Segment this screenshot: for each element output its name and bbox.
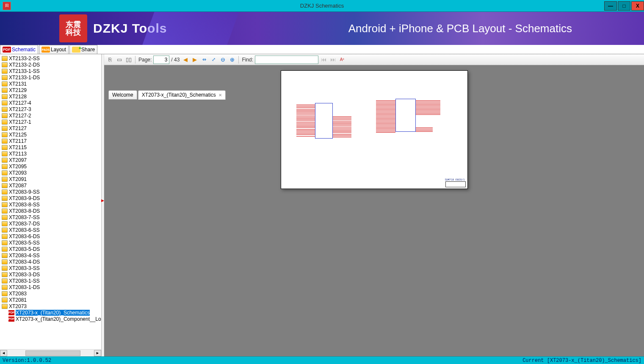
tree-folder[interactable]: XT2083-3-DS xyxy=(0,271,101,278)
tree-folder[interactable]: XT2133-1-SS xyxy=(0,68,101,74)
tree-folder[interactable]: XT2133-2-SS xyxy=(0,55,101,61)
page-total: / 43 xyxy=(171,57,180,63)
tree-folder[interactable]: XT2095 xyxy=(0,163,101,169)
tree-folder[interactable]: XT2127-4 xyxy=(0,100,101,106)
pdf-canvas[interactable]: SDM710 EBIO/1 xyxy=(104,65,644,356)
tree-file[interactable]: PDFXT2073-x_(Titan20)_Component__Loc xyxy=(0,316,101,322)
tree-folder[interactable]: XT2073 xyxy=(0,303,101,309)
tree-folder[interactable]: XT2083-9-SS xyxy=(0,189,101,195)
tree-folder[interactable]: XT2129 xyxy=(0,87,101,93)
sidebar-tab-share[interactable]: Share xyxy=(69,45,97,54)
tree-folder[interactable]: XT2083 xyxy=(0,290,101,297)
tree-folder[interactable]: XT2097 xyxy=(0,157,101,163)
tree-horizontal-scrollbar[interactable]: ◄ ► xyxy=(0,349,101,356)
tree-folder[interactable]: XT2131 xyxy=(0,81,101,87)
tree-folder[interactable]: XT2125 xyxy=(0,131,101,138)
match-case-icon[interactable]: Aᵃ xyxy=(338,56,346,64)
tree-folder[interactable]: XT2133-1-DS xyxy=(0,74,101,81)
tree-item-label: XT2115 xyxy=(9,144,27,150)
next-page-button[interactable]: ▶ xyxy=(191,56,199,64)
folder-icon xyxy=(2,247,8,252)
zoom-out-button[interactable]: ⊖ xyxy=(218,56,227,64)
tree-folder[interactable]: XT2127-2 xyxy=(0,112,101,119)
tree-folder[interactable]: XT2127-3 xyxy=(0,106,101,112)
copy-button[interactable]: ⎘ xyxy=(106,56,114,64)
folder-icon xyxy=(2,107,8,112)
folder-icon xyxy=(2,164,8,169)
tree-folder[interactable]: XT2087 xyxy=(0,182,101,189)
status-version: Version:1.0.0.52 xyxy=(3,358,51,364)
file-tree[interactable]: XT2133-2-SSXT2133-2-DSXT2133-1-SSXT2133-… xyxy=(0,54,101,349)
pdf-page: SDM710 EBIO/1 xyxy=(281,70,468,189)
tree-item-label: XT2125 xyxy=(9,132,27,138)
tree-item-label: XT2131 xyxy=(9,81,27,87)
tree-folder[interactable]: XT2081 xyxy=(0,297,101,303)
tree-folder[interactable]: XT2083-6-SS xyxy=(0,227,101,233)
minimize-button[interactable]: — xyxy=(604,1,617,11)
document-tabs: WelcomeXT2073-x_(Titan20)_Schematics✕ xyxy=(108,90,227,100)
folder-icon xyxy=(2,221,8,226)
find-input[interactable] xyxy=(255,56,318,64)
tree-folder[interactable]: XT2083-6-DS xyxy=(0,233,101,239)
tree-item-label: XT2083 xyxy=(9,291,27,297)
tree-folder[interactable]: XT2083-1-DS xyxy=(0,284,101,290)
splitter[interactable] xyxy=(102,54,104,356)
tree-item-label: XT2127-2 xyxy=(9,113,31,119)
close-tab-icon[interactable]: ✕ xyxy=(218,93,222,97)
tree-folder[interactable]: XT2133-2-DS xyxy=(0,61,101,68)
app-icon: 田 xyxy=(3,2,11,10)
tree-folder[interactable]: XT2083-8-DS xyxy=(0,208,101,214)
tree-folder[interactable]: XT2115 xyxy=(0,144,101,150)
tree-folder[interactable]: XT2093 xyxy=(0,169,101,176)
find-next-button[interactable]: ⏭ xyxy=(329,56,337,64)
tree-folder[interactable]: XT2083-4-SS xyxy=(0,252,101,258)
maximize-button[interactable]: □ xyxy=(618,1,630,11)
tree-folder[interactable]: XT2083-7-SS xyxy=(0,214,101,220)
double-page-icon[interactable]: ▯▯ xyxy=(124,56,133,64)
tree-folder[interactable]: XT2127-1 xyxy=(0,119,101,125)
tree-folder[interactable]: XT2113 xyxy=(0,150,101,157)
pdf-icon: PDF xyxy=(8,317,14,322)
tree-item-label: XT2097 xyxy=(9,157,27,163)
logo-line-1: 东震 xyxy=(66,21,81,28)
tree-folder[interactable]: XT2083-5-SS xyxy=(0,239,101,246)
zoom-in-button[interactable]: ⊕ xyxy=(228,56,236,64)
doc-tab[interactable]: XT2073-x_(Titan20)_Schematics✕ xyxy=(138,90,226,100)
find-prev-button[interactable]: ⏮ xyxy=(319,56,328,64)
doc-tab[interactable]: Welcome xyxy=(108,90,137,100)
tree-item-label: XT2083-9-SS xyxy=(9,189,40,195)
tree-folder[interactable]: XT2083-3-SS xyxy=(0,265,101,271)
tree-folder[interactable]: XT2117 xyxy=(0,138,101,144)
sidebar-tab-schematic[interactable]: PDFSchematic xyxy=(0,45,38,54)
share-icon xyxy=(72,47,80,53)
fit-page-icon[interactable]: ⤢ xyxy=(209,56,218,64)
sidebar-tab-layout[interactable]: PADSLayout xyxy=(39,45,69,54)
tree-folder[interactable]: XT2083-7-DS xyxy=(0,220,101,227)
tree-folder[interactable]: XT2083-5-DS xyxy=(0,246,101,252)
scroll-left-arrow-icon[interactable]: ◄ xyxy=(0,350,7,356)
logo: 东震 科技 xyxy=(59,14,87,42)
tree-file[interactable]: PDFXT2073-x_(Titan20)_Schematics xyxy=(0,309,101,316)
scroll-right-arrow-icon[interactable]: ► xyxy=(94,350,101,356)
folder-icon xyxy=(2,113,8,118)
tree-folder[interactable]: XT2083-9-DS xyxy=(0,195,101,201)
fit-width-icon[interactable]: ⇔ xyxy=(200,56,208,64)
doc-tab-label: XT2073-x_(Titan20)_Schematics xyxy=(142,92,216,98)
tree-item-label: XT2127 xyxy=(9,125,27,131)
tree-item-label: XT2129 xyxy=(9,87,27,93)
single-page-icon[interactable]: ▭ xyxy=(115,56,124,64)
tree-folder[interactable]: XT2128 xyxy=(0,93,101,100)
sidebar-tabs: PDFSchematicPADSLayoutShare xyxy=(0,45,644,54)
scroll-thumb[interactable] xyxy=(25,350,80,356)
folder-icon xyxy=(2,297,8,303)
tree-folder[interactable]: XT2091 xyxy=(0,176,101,182)
tree-folder[interactable]: XT2083-4-DS xyxy=(0,258,101,265)
close-button[interactable]: X xyxy=(631,1,644,11)
tree-folder[interactable]: XT2083-1-SS xyxy=(0,278,101,284)
tree-item-label: XT2133-2-DS xyxy=(9,62,40,68)
prev-page-button[interactable]: ◀ xyxy=(181,56,190,64)
folder-icon xyxy=(2,183,8,188)
page-input[interactable] xyxy=(153,56,169,64)
tree-folder[interactable]: XT2127 xyxy=(0,125,101,131)
tree-folder[interactable]: XT2083-8-SS xyxy=(0,201,101,208)
